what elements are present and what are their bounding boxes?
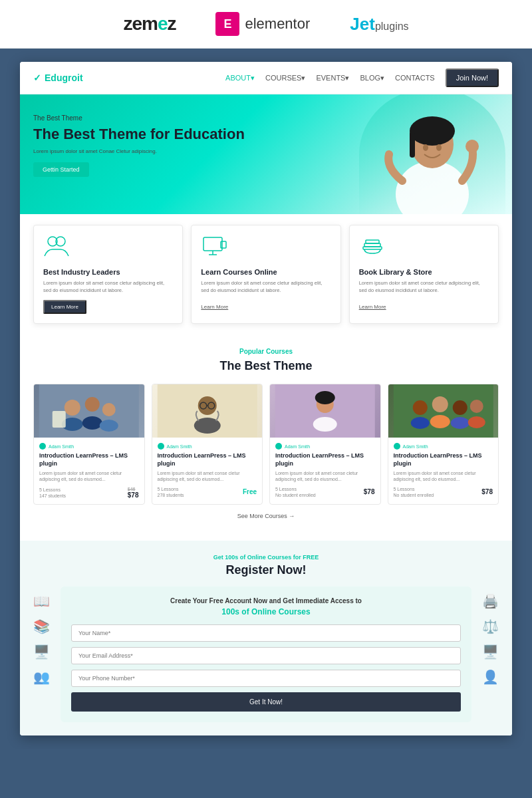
logo-check-icon: ✓: [33, 72, 41, 83]
elementor-logo: E elementor: [215, 12, 310, 36]
course-card-3: Adam Smith Introduction LearnPress – LMS…: [388, 384, 499, 505]
reg-icons-left: 📖 📚 🖥️ 👥: [33, 587, 50, 685]
course-desc-2: Lorem ipsum dolor sit amet conse cletur …: [275, 470, 375, 482]
course-lessons-2: 5 Lessons: [275, 487, 316, 491]
course-price-0: $78: [128, 491, 139, 499]
course-title-0: Introduction LearnPress – LMS plugin: [39, 452, 139, 467]
nav-courses[interactable]: COURSES▾: [265, 74, 305, 82]
hero-section: The Best Theme The Best Theme for Educat…: [20, 94, 512, 227]
course-desc-0: Lorem ipsum dolor sit amet conse cletur …: [39, 470, 139, 482]
learn-more-link-1[interactable]: Learn More: [201, 304, 228, 310]
hero-cta-button[interactable]: Gettin Started: [33, 162, 89, 177]
course-image-1: [152, 384, 263, 438]
svg-point-36: [410, 417, 429, 429]
course-author-2: Adam Smith: [275, 443, 375, 450]
hero-content: The Best Theme The Best Theme for Educat…: [33, 114, 289, 177]
svg-point-41: [469, 400, 483, 413]
svg-point-5: [436, 144, 442, 151]
join-button[interactable]: Join Now!: [446, 68, 499, 87]
reg-icon-right-4: 👤: [482, 669, 499, 685]
svg-point-42: [467, 416, 485, 428]
course-pricing-0: $46 $78: [128, 487, 139, 499]
course-meta-0: 5 Lessons 147 students $46 $78: [39, 487, 139, 499]
course-meta-2: 5 Lessons No student enrolled $78: [275, 487, 375, 497]
nav-blog[interactable]: BLOG▾: [360, 74, 384, 82]
reg-icon-monitor: 🖥️: [33, 644, 50, 660]
course-old-price-0: $46: [128, 487, 139, 491]
svg-point-22: [100, 420, 118, 432]
course-body-3: Adam Smith Introduction LearnPress – LMS…: [388, 438, 499, 503]
nav-contacts[interactable]: CONTACTS: [395, 74, 435, 82]
nav-about[interactable]: ABOUT▾: [225, 74, 255, 82]
reg-icon-right-3: 🖥️: [482, 644, 499, 660]
nav-events[interactable]: EVENTS▾: [316, 74, 349, 82]
nav-links: ABOUT▾ COURSES▾ EVENTS▾ BLOG▾ CONTACTS J…: [225, 68, 499, 87]
course-price-3: $78: [481, 488, 493, 495]
feature-card-0: Best Industry Leaders Lorem ipsum dolor …: [33, 225, 183, 324]
see-more-link[interactable]: See More Courses →: [237, 513, 295, 519]
svg-point-35: [412, 400, 427, 415]
svg-rect-12: [221, 241, 226, 248]
svg-point-6: [466, 140, 479, 153]
course-card-2: Adam Smith Introduction LearnPress – LMS…: [269, 384, 381, 505]
svg-point-39: [452, 400, 467, 415]
course-students-2: No student enrolled: [275, 493, 316, 497]
course-grid: Adam Smith Introduction LearnPress – LMS…: [33, 384, 499, 505]
jet-logo: Jetplugins: [350, 14, 408, 35]
course-price-1: Free: [243, 488, 257, 495]
feature-title-2: Book Library & Store: [359, 268, 489, 276]
course-meta-3: 5 Lessons No student enrolled $78: [394, 487, 493, 497]
course-students-1: 278 students: [158, 493, 184, 497]
svg-point-19: [85, 397, 100, 412]
svg-point-38: [430, 415, 450, 428]
site-logo: ✓ Edugroit: [33, 72, 83, 83]
feature-title-1: Learn Courses Online: [201, 268, 331, 276]
feature-desc-0: Lorem ipsum dolor sit amet conse cletur …: [43, 280, 173, 294]
course-author-1: Adam Smith: [158, 443, 257, 450]
hero-title: The Best Theme for Education: [33, 126, 289, 143]
course-students-3: No student enrolled: [394, 493, 434, 497]
reg-icon-books: 📚: [33, 618, 50, 634]
zemes-logo: zemez: [123, 13, 176, 35]
course-image-3: [388, 384, 499, 438]
course-desc-1: Lorem ipsum dolor sit amet conse cletur …: [158, 470, 257, 482]
course-body-2: Adam Smith Introduction LearnPress – LMS…: [270, 438, 380, 503]
feature-title-0: Best Industry Leaders: [43, 268, 173, 276]
register-form-area: 📖 📚 🖥️ 👥 Create Your Free Account Now an…: [33, 587, 499, 722]
svg-rect-15: [366, 240, 379, 243]
hero-image: [359, 94, 505, 221]
reg-form-title: Create Your Free Account Now and Get Imm…: [71, 597, 461, 604]
reg-name-input[interactable]: [71, 624, 461, 642]
feature-desc-1: Lorem ipsum dolor sit amet conse cletur …: [201, 280, 331, 294]
reg-submit-button[interactable]: Get It Now!: [71, 692, 461, 712]
svg-point-33: [315, 391, 335, 404]
elementor-text: elementor: [245, 15, 310, 33]
course-stats-0: 5 Lessons 147 students: [39, 487, 66, 498]
reg-email-input[interactable]: [71, 647, 461, 664]
course-author-0: Adam Smith: [39, 443, 139, 450]
see-more[interactable]: See More Courses →: [33, 505, 499, 527]
learn-more-button-0[interactable]: Learn More: [43, 300, 86, 314]
course-body-1: Adam Smith Introduction LearnPress – LMS…: [152, 438, 263, 503]
reg-icon-book: 📖: [33, 593, 50, 609]
course-title-2: Introduction LearnPress – LMS plugin: [275, 452, 375, 467]
course-lessons-3: 5 Lessons: [394, 487, 434, 491]
feature-desc-2: Lorem ipsum dolor sit amet conse cletur …: [359, 280, 489, 294]
plugins-text: plugins: [375, 21, 409, 32]
svg-point-20: [82, 416, 102, 430]
course-image-2: [270, 384, 380, 438]
site-preview: ✓ Edugroit ABOUT▾ COURSES▾ EVENTS▾ BLOG▾…: [20, 62, 512, 735]
hero-subtitle: The Best Theme: [33, 114, 289, 122]
svg-point-4: [423, 144, 428, 151]
course-stats-1: 5 Lessons 278 students: [158, 487, 184, 497]
reg-form-highlight: 100s of Online Courses: [71, 607, 461, 616]
hero-person-svg: [366, 94, 499, 221]
svg-point-0: [396, 161, 469, 221]
course-students-0: 147 students: [39, 493, 66, 498]
course-image-0: [34, 384, 144, 438]
jet-text: Jet: [350, 14, 375, 34]
learn-more-link-2[interactable]: Learn More: [359, 304, 386, 310]
reg-phone-input[interactable]: [71, 670, 461, 687]
site-nav: ✓ Edugroit ABOUT▾ COURSES▾ EVENTS▾ BLOG▾…: [20, 62, 512, 94]
register-label: Get 100s of Online Courses for FREE: [33, 554, 499, 561]
